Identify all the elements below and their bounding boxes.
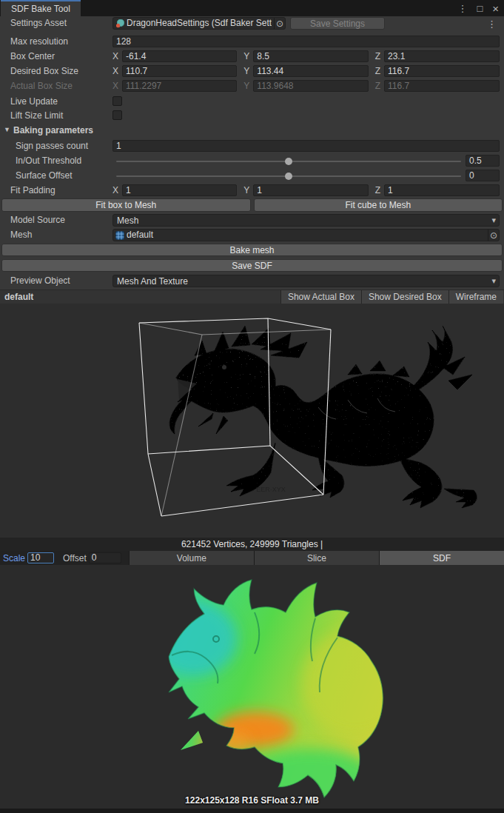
sign-passes-count-field[interactable]: 1	[112, 140, 500, 152]
model-source-dropdown[interactable]: Mesh ▾	[112, 214, 500, 227]
object-picker-icon[interactable]: ⊙	[488, 230, 499, 241]
mesh-preview-viewport[interactable]: EER·XYX	[0, 304, 504, 538]
axis-x-label: X	[112, 65, 118, 78]
actual-box-size-y-field: 113.9648	[253, 80, 368, 92]
show-actual-box-label: Show Actual Box	[288, 292, 355, 302]
desired-box-size-x-field[interactable]: 110.7	[122, 65, 237, 77]
preview-title: default	[4, 292, 33, 302]
tab-sdf-bake-tool[interactable]: SDF Bake Tool	[1, 0, 81, 16]
preview-toolbar-buttons: Show Actual Box Show Desired Box Wirefra…	[280, 290, 503, 304]
desired-box-size-y-field[interactable]: 113.44	[253, 65, 368, 77]
scale-input[interactable]: 10	[27, 552, 54, 563]
fit-padding-x-field[interactable]: 1	[122, 184, 237, 196]
preview-toolbar: default Show Actual Box Show Desired Box…	[0, 290, 504, 304]
mesh-object-field[interactable]: default ⊙	[112, 229, 500, 241]
tab-volume[interactable]: Volume	[129, 551, 254, 565]
scriptable-object-icon	[115, 19, 124, 28]
box-center-x-field[interactable]: -61.4	[122, 50, 237, 62]
sign-passes-count-label: Sign passes count	[16, 141, 88, 151]
mesh-row: Mesh default ⊙	[0, 229, 504, 242]
model-source-label: Model Source	[10, 215, 65, 225]
in-out-threshold-label: In/Out Threshold	[16, 155, 81, 166]
tab-slice[interactable]: Slice	[254, 551, 379, 565]
max-resolution-row: Max resolution 128	[0, 36, 504, 49]
tab-volume-label: Volume	[177, 553, 206, 563]
tab-sdf[interactable]: SDF	[379, 551, 504, 565]
save-settings-label: Save Settings	[310, 19, 365, 29]
bake-mesh-label: Bake mesh	[229, 245, 274, 255]
tab-title: SDF Bake Tool	[11, 4, 70, 14]
box-center-y-field[interactable]: 8.5	[253, 50, 368, 62]
show-desired-box-label: Show Desired Box	[369, 292, 442, 302]
tab-slice-label: Slice	[307, 553, 326, 563]
slider-knob[interactable]	[285, 158, 292, 165]
sdf-preview-viewport[interactable]: 122x125x128 R16 SFloat 3.7 MB	[0, 565, 504, 809]
chevron-down-icon: ▾	[491, 215, 496, 225]
save-sdf-label: Save SDF	[232, 261, 272, 271]
fit-padding-z-field[interactable]: 1	[384, 184, 500, 196]
settings-menu-icon[interactable]: ⋮	[487, 19, 497, 30]
show-desired-box-button[interactable]: Show Desired Box	[361, 290, 448, 304]
desired-box-size-z-field[interactable]: 116.7	[384, 65, 500, 77]
axis-y-label: Y	[243, 80, 249, 93]
maximize-icon[interactable]: □	[477, 4, 483, 13]
save-sdf-button[interactable]: Save SDF	[1, 259, 503, 272]
in-out-threshold-slider[interactable]	[116, 155, 461, 168]
surface-offset-slider[interactable]	[116, 170, 461, 183]
wireframe-button[interactable]: Wireframe	[448, 290, 503, 304]
bake-mesh-button[interactable]: Bake mesh	[1, 244, 503, 256]
actual-box-size-row: Actual Box Size X111.2297 Y113.9648 Z116…	[0, 80, 504, 93]
offset-label[interactable]: Offset	[63, 553, 87, 563]
offset-input[interactable]: 0	[89, 552, 121, 563]
baking-parameters-foldout[interactable]: ▼ Baking parameters	[0, 124, 504, 138]
dragon-mesh	[169, 326, 477, 508]
save-settings-button[interactable]: Save Settings	[290, 17, 385, 30]
settings-asset-object-field[interactable]: DragonHeadSettings (Sdf Baker Settin ⊙	[112, 17, 286, 30]
lift-size-limit-checkbox[interactable]	[112, 110, 122, 120]
live-update-checkbox[interactable]	[112, 96, 122, 106]
sdf-dragon	[133, 569, 414, 809]
axis-z-label: Z	[375, 80, 380, 93]
surface-offset-label: Surface Offset	[16, 170, 72, 181]
sdf-bake-tool-window: SDF Bake Tool ⋮ □ × Settings Asset Drago…	[0, 0, 504, 813]
fit-cube-to-mesh-button[interactable]: Fit cube to Mesh	[254, 198, 503, 212]
close-icon[interactable]: ×	[492, 3, 499, 14]
surface-offset-field[interactable]: 0	[466, 170, 500, 181]
lift-size-limit-row: Lift Size Limit	[0, 110, 504, 123]
desired-box-size-label: Desired Box Size	[10, 66, 78, 76]
fit-padding-row: Fit Padding X1 Y1 Z1	[0, 184, 504, 198]
window-controls: ⋮ □ ×	[457, 0, 499, 16]
baking-parameters-label: Baking parameters	[13, 125, 93, 136]
max-resolution-field[interactable]: 128	[112, 36, 500, 47]
sdf-preview-render	[0, 565, 504, 809]
window-tab-bar: SDF Bake Tool ⋮ □ ×	[0, 0, 504, 16]
foldout-arrow-icon: ▼	[4, 126, 10, 133]
in-out-threshold-field[interactable]: 0.5	[466, 155, 500, 167]
window-menu-icon[interactable]: ⋮	[457, 4, 467, 13]
axis-z-label: Z	[375, 50, 380, 63]
slider-knob[interactable]	[285, 173, 292, 180]
box-center-row: Box Center X-61.4 Y8.5 Z23.1	[0, 50, 504, 64]
model-source-value: Mesh	[117, 215, 138, 226]
box-center-z-field[interactable]: 23.1	[384, 50, 500, 62]
mesh-icon	[115, 231, 124, 240]
mesh-value: default	[127, 230, 485, 241]
bake-mesh-row: Bake mesh	[0, 244, 504, 257]
show-actual-box-button[interactable]: Show Actual Box	[280, 290, 361, 304]
chevron-down-icon: ▾	[491, 276, 496, 286]
axis-x-label: X	[112, 184, 118, 197]
scale-label[interactable]: Scale	[3, 553, 25, 563]
preview-object-dropdown[interactable]: Mesh And Texture ▾	[112, 275, 500, 287]
preview-object-label: Preview Object	[10, 275, 70, 286]
model-source-row: Model Source Mesh ▾	[0, 214, 504, 227]
object-picker-icon[interactable]: ⊙	[274, 18, 285, 29]
fit-padding-y-field[interactable]: 1	[253, 184, 368, 196]
dragon-eye	[222, 365, 226, 369]
actual-box-size-z-field: 116.7	[384, 80, 500, 92]
actual-box-size-label: Actual Box Size	[10, 81, 73, 91]
axis-y-label: Y	[243, 50, 249, 63]
mesh-engraving-text: EER·XYX	[256, 486, 286, 493]
fit-box-to-mesh-button[interactable]: Fit box to Mesh	[1, 198, 251, 212]
fit-buttons-row: Fit box to Mesh Fit cube to Mesh	[0, 198, 504, 212]
actual-box-size-x-field: 111.2297	[122, 80, 237, 92]
